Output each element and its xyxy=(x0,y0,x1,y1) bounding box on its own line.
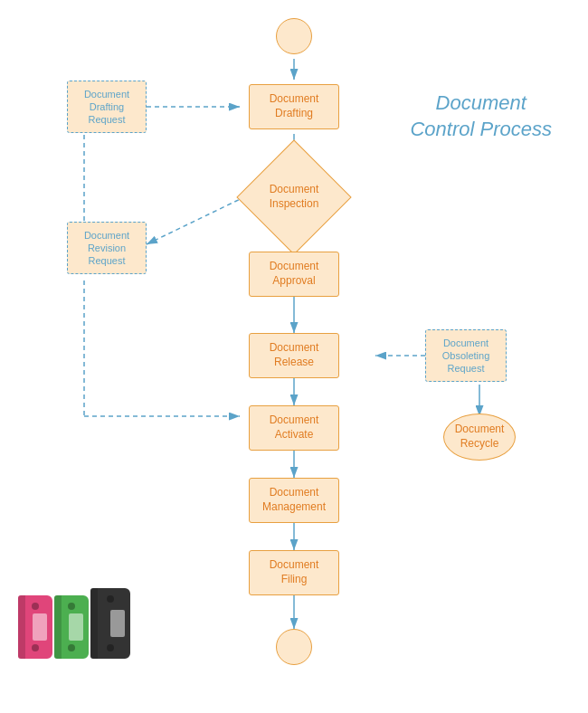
binder-black xyxy=(90,588,130,659)
binder-dot-top xyxy=(32,603,39,610)
document-obsoleting-request: Document Obsoleting Request xyxy=(425,329,507,382)
binder-dot-bottom xyxy=(107,644,114,651)
binder-label xyxy=(33,613,47,641)
diagram-container: Document Control Process xyxy=(0,0,588,713)
binder-dot-bottom xyxy=(68,644,75,651)
start-circle xyxy=(276,18,312,54)
document-filing: Document Filing xyxy=(249,550,339,595)
binder-label xyxy=(69,613,83,641)
binder-label xyxy=(110,610,125,637)
document-recycle: Document Recycle xyxy=(443,414,516,461)
binder-dot-bottom xyxy=(32,644,39,651)
document-release: Document Release xyxy=(249,333,339,378)
document-drafting: Document Drafting xyxy=(249,84,339,129)
binder-dot-top xyxy=(68,603,75,610)
document-management: Document Management xyxy=(249,478,339,523)
end-circle xyxy=(276,629,312,665)
document-inspection-wrapper: Document Inspection xyxy=(253,157,335,238)
diagram-title: Document Control Process xyxy=(410,90,552,142)
document-approval: Document Approval xyxy=(249,252,339,297)
document-revision-request: Document Revision Request xyxy=(67,222,147,274)
document-drafting-request: Document Drafting Request xyxy=(67,81,147,133)
binders-decoration xyxy=(18,588,130,659)
svg-line-13 xyxy=(147,193,253,244)
document-inspection-label: Document Inspection xyxy=(270,183,319,211)
binder-green xyxy=(54,595,89,659)
binder-pink xyxy=(18,595,52,659)
binder-dot-top xyxy=(107,595,114,603)
document-activate: Document Activate xyxy=(249,405,339,451)
